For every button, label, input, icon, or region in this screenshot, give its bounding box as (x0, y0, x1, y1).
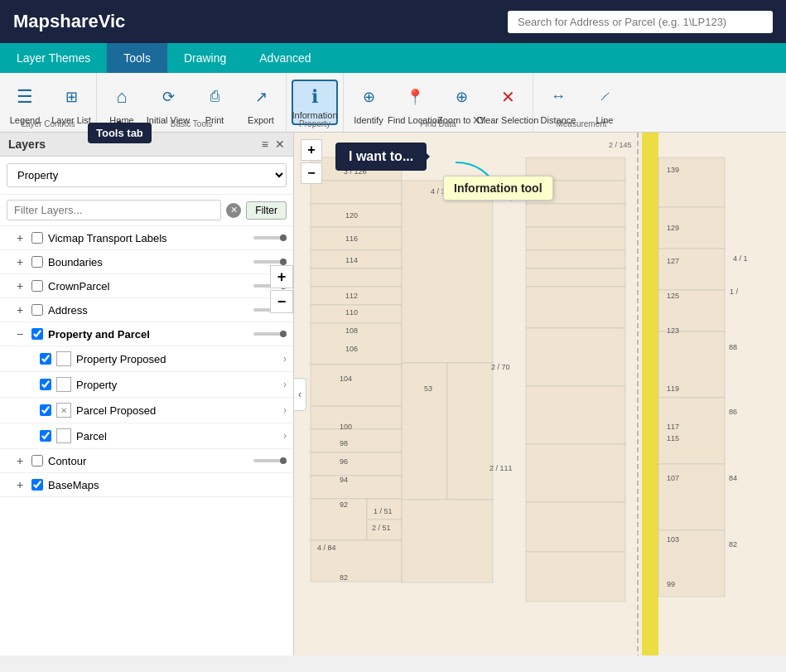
property-icon (56, 377, 71, 392)
svg-text:116: 116 (345, 234, 358, 243)
layer-dropdown[interactable]: Property (7, 163, 287, 187)
svg-text:112: 112 (345, 292, 358, 300)
zoom-out-button[interactable]: − (270, 290, 293, 313)
i-want-to-text: I want to... (349, 149, 413, 163)
layer-toggle-crownparcel[interactable]: + (13, 279, 27, 292)
layer-item-boundaries: + Boundaries (0, 250, 293, 274)
filter-button[interactable]: Filter (246, 201, 287, 220)
layer-toggle-boundaries[interactable]: + (13, 255, 27, 268)
map-zoom-in-button[interactable]: + (301, 139, 322, 161)
app-title: MapshareVic (13, 11, 125, 32)
layer-name-parcel-proposed: Parcel Proposed (76, 404, 278, 417)
initial-view-icon: ⟳ (162, 88, 175, 106)
svg-text:84: 84 (729, 474, 737, 482)
app-header: MapshareVic (0, 0, 786, 43)
layer-item-property-parcel: − Property and Parcel (0, 322, 293, 346)
layer-dropdown-row: Property (0, 157, 293, 195)
tab-layer-themes[interactable]: Layer Themes (0, 43, 107, 73)
svg-rect-36 (658, 157, 725, 207)
layer-checkbox-basemaps[interactable] (31, 479, 43, 491)
information-tool-tooltip: Information tool (443, 176, 553, 201)
svg-text:120: 120 (345, 211, 358, 220)
svg-text:107: 107 (667, 474, 679, 482)
svg-rect-14 (311, 476, 402, 499)
tab-drawing[interactable]: Drawing (167, 43, 243, 73)
tab-advanced[interactable]: Advanced (243, 43, 327, 73)
layer-name-vicmap: Vicmap Transport Labels (48, 232, 248, 244)
layer-slider-property-parcel[interactable] (253, 332, 287, 336)
svg-text:1 /: 1 / (730, 288, 739, 296)
property-proposed-arrow[interactable]: › (283, 353, 287, 365)
layer-toggle-vicmap[interactable]: + (13, 231, 27, 244)
layer-checkbox-boundaries[interactable] (31, 256, 43, 268)
parcel-proposed-arrow[interactable]: › (283, 404, 287, 416)
filter-input[interactable] (7, 200, 221, 220)
svg-text:2 / 145: 2 / 145 (609, 141, 632, 149)
zoom-in-button[interactable]: + (270, 265, 293, 288)
filter-row: ✕ Filter (0, 195, 293, 226)
layer-checkbox-contour[interactable] (31, 455, 43, 467)
svg-rect-30 (526, 328, 625, 386)
svg-rect-12 (311, 429, 402, 452)
sidebar-collapse-button[interactable]: ‹ (293, 378, 306, 411)
layer-checkbox-address[interactable] (31, 304, 43, 316)
map-zoom-controls: + − (270, 265, 293, 313)
svg-text:104: 104 (340, 375, 352, 383)
layer-name-boundaries: Boundaries (48, 256, 248, 268)
layer-item-crownparcel: + CrownParcel (0, 274, 293, 298)
layer-item-parcel-proposed: ✕ Parcel Proposed › (0, 398, 293, 423)
layer-list-icon: ⊞ (65, 88, 78, 106)
svg-rect-2 (311, 181, 402, 204)
svg-text:82: 82 (729, 540, 737, 549)
layer-checkbox-property[interactable] (40, 379, 51, 390)
layer-name-property-parcel: Property and Parcel (48, 328, 248, 341)
svg-text:88: 88 (729, 343, 737, 351)
property-arrow[interactable]: › (283, 379, 287, 390)
svg-text:125: 125 (667, 292, 679, 300)
layer-slider-boundaries[interactable] (253, 260, 287, 263)
svg-rect-21 (447, 363, 493, 500)
svg-rect-19 (402, 181, 493, 363)
svg-text:96: 96 (340, 457, 348, 466)
svg-rect-38 (658, 249, 725, 290)
layer-item-property-proposed: Property Proposed › (0, 346, 293, 372)
svg-text:4 / 1: 4 / 1 (733, 254, 748, 263)
svg-text:2 / 70: 2 / 70 (491, 363, 510, 371)
group-label-property: Property (287, 119, 343, 128)
layer-toggle-address[interactable]: + (13, 303, 27, 317)
svg-rect-41 (658, 398, 725, 464)
layer-item-contour: + Contour (0, 449, 293, 473)
tab-tools[interactable]: Tools (107, 43, 167, 73)
layer-toggle-basemaps[interactable]: + (13, 478, 27, 491)
layer-toggle-contour[interactable]: + (13, 454, 27, 467)
legend-icon: ☰ (17, 86, 33, 108)
layer-checkbox-property-proposed[interactable] (40, 353, 51, 365)
map-area[interactable]: 2 / 145 3 / 126 4 / 135 139 120 116 129 … (294, 133, 786, 655)
layer-checkbox-parcel[interactable] (40, 430, 51, 442)
layer-slider-vicmap[interactable] (253, 236, 287, 239)
svg-rect-13 (311, 452, 402, 476)
svg-text:100: 100 (340, 423, 352, 431)
svg-rect-27 (526, 250, 625, 268)
layer-item-property: Property › (0, 372, 293, 398)
layer-slider-contour[interactable] (253, 459, 287, 462)
layer-checkbox-crownparcel[interactable] (31, 280, 43, 292)
parcel-arrow[interactable]: › (283, 430, 287, 442)
sidebar-menu-button[interactable]: ≡ (262, 138, 268, 151)
svg-text:127: 127 (667, 257, 679, 265)
layer-checkbox-vicmap[interactable] (31, 232, 43, 244)
tools-tab-tooltip: Tools tab (88, 123, 152, 143)
svg-rect-20 (402, 363, 447, 500)
layer-item-basemaps: + BaseMaps (0, 473, 293, 497)
filter-clear-button[interactable]: ✕ (226, 203, 241, 218)
clear-selection-icon: ✕ (501, 87, 515, 107)
information-button[interactable]: ℹ Information (292, 80, 338, 125)
svg-rect-29 (526, 287, 625, 328)
layer-checkbox-property-parcel[interactable] (31, 328, 43, 340)
sidebar-close-button[interactable]: ✕ (275, 138, 285, 151)
svg-rect-10 (311, 365, 402, 406)
search-input[interactable] (508, 11, 773, 33)
layer-checkbox-parcel-proposed[interactable] (40, 404, 51, 416)
layer-toggle-property-parcel[interactable]: − (13, 327, 27, 341)
map-zoom-out-button[interactable]: − (301, 162, 322, 184)
